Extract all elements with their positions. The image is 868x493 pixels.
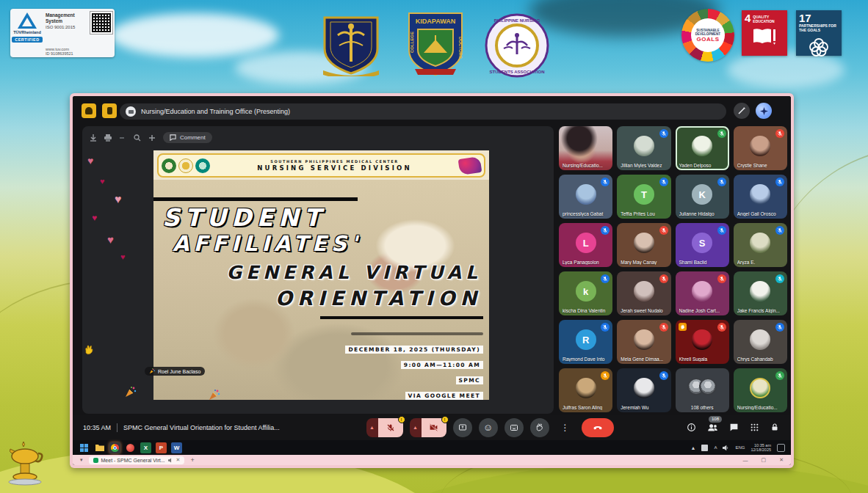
mic-status-icon: [775, 129, 784, 138]
tray-caret-icon[interactable]: ▲: [691, 445, 696, 450]
participant-tile[interactable]: Jillian Myles Valdez: [617, 126, 670, 170]
participant-tile[interactable]: Julfras Saron Aling: [559, 368, 612, 412]
file-explorer-icon[interactable]: [94, 442, 105, 453]
participant-tile[interactable]: Nadine Josh Cart...: [676, 271, 729, 315]
participant-tile[interactable]: Aryza E.: [734, 223, 787, 267]
title-rule-bottom: [320, 316, 483, 319]
svg-text:DOCTORS: DOCTORS: [458, 37, 463, 59]
heart-icon: ♥: [107, 235, 114, 245]
tray-pen-icon[interactable]: A: [714, 445, 717, 450]
participant-initial-avatar: R: [576, 329, 596, 350]
meet-notification-icon[interactable]: [82, 103, 96, 118]
tray-app-icon[interactable]: [701, 445, 708, 451]
reactions-button[interactable]: ☺: [479, 418, 498, 437]
participant-avatar: [750, 281, 770, 302]
participant-tile[interactable]: kkischa Dina Valentin: [559, 271, 612, 315]
slide-details: DECEMBER 18, 2025 (THURSDAY) 9:00 AM—11:…: [345, 326, 483, 400]
participant-tile[interactable]: LLyca Panagsolon: [559, 223, 612, 267]
participant-tile[interactable]: Yaden Delposo: [676, 126, 729, 170]
windows-taskbar: X P W ▲ A ENG 10:35 am 12/18/2025: [73, 440, 791, 455]
mic-options-caret[interactable]: ▲: [366, 418, 378, 437]
comment-label: Comment: [180, 134, 206, 141]
heart-icon: ♥: [92, 213, 97, 223]
nursing-college-crest-logo: [317, 13, 385, 76]
start-button[interactable]: [79, 442, 90, 453]
participant-tile[interactable]: Jake Francis Algin...: [734, 271, 787, 315]
powerpoint-icon[interactable]: P: [156, 442, 167, 453]
mic-status-icon: [601, 226, 610, 235]
participant-logo-avatar: [750, 378, 770, 398]
participant-avatar: [692, 281, 712, 302]
participant-tile[interactable]: Crystle Shane: [734, 126, 787, 170]
tab-close-icon[interactable]: ✕: [176, 457, 181, 463]
camera-options-caret[interactable]: ▲: [410, 418, 422, 437]
taskbar-clock[interactable]: 10:35 am 12/18/2025: [751, 443, 771, 452]
participant-tile[interactable]: Mela Gene Dimaa...: [617, 320, 670, 364]
participant-tile[interactable]: SShami Baclid: [676, 223, 729, 267]
print-icon[interactable]: [104, 134, 112, 142]
meeting-info-icon[interactable]: [687, 423, 696, 432]
participant-tile[interactable]: TTeffia Prites Lou: [617, 175, 670, 219]
participant-tile[interactable]: Khrell Sugala: [676, 320, 729, 364]
presenting-banner[interactable]: Nursing/Education and Training Office (P…: [120, 103, 726, 120]
participant-tile[interactable]: RRaymond Dave Into: [559, 320, 612, 364]
download-icon[interactable]: [90, 134, 97, 142]
browser-tab[interactable]: Meet - SPMC General Virt... ✕: [89, 456, 185, 464]
gemini-spark-button[interactable]: [756, 103, 772, 119]
end-call-button[interactable]: [582, 418, 614, 437]
window-minimize-icon[interactable]: —: [743, 458, 748, 463]
participant-tile[interactable]: Jeremiah Wu: [617, 368, 670, 412]
excel-icon[interactable]: X: [140, 442, 151, 453]
party-popper-icon: [125, 386, 137, 398]
participant-name: Jillian Myles Valdez: [621, 163, 668, 168]
notification-center-icon[interactable]: [777, 444, 785, 452]
participant-tile[interactable]: Jerah sweet Nudalo: [617, 271, 670, 315]
comment-button[interactable]: Comment: [163, 132, 212, 143]
zoom-in-icon[interactable]: [148, 134, 156, 142]
layout-apps-button[interactable]: [504, 418, 524, 437]
pen-tool-button[interactable]: [734, 103, 750, 119]
camera-off-button[interactable]: !: [422, 418, 446, 437]
participant-tile[interactable]: Nursing/Educatio...: [734, 368, 787, 412]
participant-initial-avatar: L: [576, 233, 596, 253]
host-controls-lock-icon[interactable]: [770, 423, 779, 432]
slide-header-banner: SOUTHERN PHILIPPINES MEDICAL CENTER NURS…: [157, 153, 485, 178]
tab-search-caret-icon[interactable]: ▾: [80, 457, 83, 463]
slide-date: DECEMBER 18, 2025 (THURSDAY): [345, 346, 483, 354]
participant-tile[interactable]: 108 others: [676, 368, 729, 412]
raise-hand-button[interactable]: [530, 418, 549, 437]
mic-status-icon: [601, 274, 610, 283]
new-tab-icon[interactable]: +: [190, 456, 194, 464]
red-app-icon[interactable]: [125, 442, 136, 453]
participant-avatar: [576, 378, 596, 398]
viewer-toolbar: Comment: [90, 132, 212, 143]
participant-tile[interactable]: KJulianne Hidalgo: [676, 175, 729, 219]
participant-tile[interactable]: Mary May Canay: [617, 223, 670, 267]
zoom-tool-icon[interactable]: [134, 134, 141, 142]
chat-panel-icon[interactable]: [729, 423, 739, 432]
participant-tile[interactable]: princesslyca Gabat: [559, 175, 612, 219]
chrome-taskbar-icon[interactable]: [109, 442, 120, 453]
participant-name: Yaden Delposo: [679, 163, 726, 168]
tuv-id: ID 9108639521: [46, 51, 73, 56]
present-screen-button[interactable]: [453, 418, 472, 437]
participant-tile[interactable]: Angel Gail Orosco: [734, 175, 787, 219]
word-icon[interactable]: W: [171, 442, 182, 453]
volume-icon[interactable]: [723, 445, 729, 451]
window-close-icon[interactable]: ✕: [779, 457, 784, 463]
zoom-out-icon[interactable]: [119, 134, 126, 142]
tab-audio-icon[interactable]: [168, 458, 173, 463]
kidapawan-doctors-college-logo: KIDAPAWAN COLLEGE DOCTORS: [400, 10, 471, 78]
slide-via: VIA GOOGLE MEET: [405, 392, 483, 400]
meet-sidebar-toggle-icon[interactable]: [102, 103, 117, 118]
window-maximize-icon[interactable]: ▢: [762, 457, 767, 463]
activities-icon[interactable]: [750, 423, 759, 432]
participant-tile[interactable]: Nursing/Educatio...: [559, 126, 612, 170]
presentation-slide[interactable]: SOUTHERN PHILIPPINES MEDICAL CENTER NURS…: [153, 150, 489, 400]
participant-tile[interactable]: Chrys Cahandab: [734, 320, 787, 364]
language-indicator[interactable]: ENG: [735, 445, 745, 450]
mic-muted-button[interactable]: !: [378, 418, 403, 437]
tuv-certification-badge: TÜVRheinland CERTIFIED Management System…: [10, 9, 115, 57]
more-options-button[interactable]: ⋮: [556, 418, 575, 437]
people-panel-icon[interactable]: [707, 423, 718, 432]
